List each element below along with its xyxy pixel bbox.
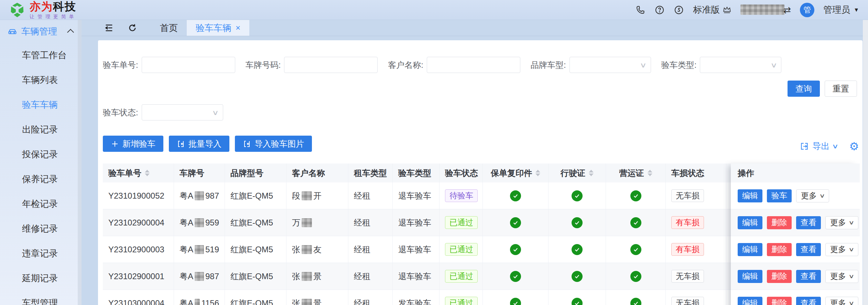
switch-company-icon[interactable]: ⇄ <box>783 5 791 15</box>
text-suffix: 519 <box>205 245 219 254</box>
编辑-button[interactable]: 编辑 <box>738 216 762 229</box>
filter-验车类型: 验车类型:∨ <box>661 57 782 73</box>
gear-icon[interactable]: ⚙ <box>849 141 859 152</box>
cell-customer: 张景 <box>286 290 348 305</box>
filter-input[interactable] <box>142 57 235 73</box>
export-button[interactable]: 导出 ∨ <box>800 140 837 152</box>
cell-order-no: Y23102900001 <box>103 263 174 290</box>
text-prefix: 张 <box>292 298 300 305</box>
更多-button[interactable]: 更多∨ <box>796 189 829 202</box>
check-circle-icon <box>510 244 521 255</box>
import-photos-button[interactable]: 导入验车图片 <box>235 136 312 152</box>
cell-model: 红旗E-QM5 <box>225 263 286 290</box>
cell-customer: 张景 <box>286 263 348 290</box>
action-label: 编辑 <box>742 190 758 201</box>
redacted-block <box>302 245 312 254</box>
cell-operating-license <box>606 236 666 263</box>
filter-input[interactable] <box>427 57 520 73</box>
action-label: 查看 <box>801 271 816 282</box>
sidebar-item-保养记录[interactable]: 保养记录 <box>0 167 82 191</box>
refresh-icon[interactable] <box>128 23 137 33</box>
sort-icon[interactable] <box>589 170 594 176</box>
operations-column: 操作 编辑验车更多∨编辑删除查看更多∨编辑删除查看更多∨编辑删除查看更多∨编辑删… <box>731 164 860 305</box>
import-photos-icon <box>243 140 251 148</box>
删除-button[interactable]: 删除 <box>767 270 792 283</box>
sidebar-item-违章记录[interactable]: 违章记录 <box>0 241 82 266</box>
sidebar-item-车管工作台[interactable]: 车管工作台 <box>0 43 82 67</box>
sidebar-item-车辆列表[interactable]: 车辆列表 <box>0 67 82 92</box>
admin-menu[interactable]: 管理员 ▼ <box>823 4 859 16</box>
sidebar-item-投保记录[interactable]: 投保记录 <box>0 142 82 167</box>
cell-damage-status: 有车损 <box>666 209 726 236</box>
sidebar-item-车型管理[interactable]: 车型管理 <box>0 291 82 305</box>
column-label: 品牌型号 <box>230 168 263 179</box>
plus-icon <box>111 140 119 148</box>
sidebar-scrollbar[interactable] <box>78 20 82 305</box>
company-name-redacted[interactable]: ⇄ <box>740 4 791 15</box>
redacted-block <box>195 191 204 200</box>
action-label: 删除 <box>771 244 787 255</box>
close-icon[interactable]: × <box>236 23 240 33</box>
check-circle-icon <box>572 190 583 201</box>
更多-button[interactable]: 更多∨ <box>825 270 858 283</box>
search-button[interactable]: 查询 <box>788 81 820 97</box>
编辑-button[interactable]: 编辑 <box>738 270 762 283</box>
更多-button[interactable]: 更多∨ <box>825 297 858 305</box>
验车-button[interactable]: 验车 <box>767 189 792 202</box>
编辑-button[interactable]: 编辑 <box>738 189 762 202</box>
sort-icon[interactable] <box>648 170 652 176</box>
filter-select[interactable]: ∨ <box>700 57 781 73</box>
cell-plate: 粤A519 <box>174 236 225 263</box>
filter-label: 车牌号码: <box>246 60 281 71</box>
avatar[interactable]: 管 <box>800 3 814 17</box>
batch-import-button[interactable]: 批量导入 <box>169 136 229 152</box>
check-circle-icon <box>572 244 583 255</box>
cell-status: 已通过 <box>440 209 483 236</box>
编辑-button[interactable]: 编辑 <box>738 243 762 256</box>
add-inspection-button[interactable]: 新增验车 <box>103 136 163 152</box>
filter-select[interactable]: ∨ <box>569 57 651 73</box>
cell-plate: 粤A987 <box>174 263 225 290</box>
redacted-block <box>195 218 204 227</box>
更多-button[interactable]: 更多∨ <box>825 243 858 256</box>
tab-vehicle-inspection[interactable]: 验车车辆 × <box>187 20 249 36</box>
sidebar-group-vehicle-mgmt[interactable]: 车辆管理 <box>0 20 82 43</box>
sidebar-item-出险记录[interactable]: 出险记录 <box>0 117 82 142</box>
更多-button[interactable]: 更多∨ <box>825 216 858 229</box>
删除-button[interactable]: 删除 <box>767 243 792 256</box>
column-header-客户名称: 客户名称 <box>286 164 348 182</box>
text-prefix: 粤A <box>180 298 193 305</box>
text-prefix: 粤A <box>180 190 193 201</box>
version-label[interactable]: 标准版 <box>693 4 731 16</box>
column-header-车牌号: 车牌号 <box>174 164 225 182</box>
collapse-sidebar-icon[interactable] <box>104 23 114 33</box>
查看-button[interactable]: 查看 <box>796 297 821 305</box>
reset-button[interactable]: 重置 <box>825 81 857 97</box>
link-icon[interactable] <box>674 5 684 15</box>
filter-label: 验车单号: <box>103 60 138 71</box>
filter-select[interactable]: ∨ <box>142 104 223 120</box>
编辑-button[interactable]: 编辑 <box>738 297 762 305</box>
phone-icon[interactable] <box>635 5 645 15</box>
tab-bar: 首页 验车车辆 × <box>82 20 868 36</box>
sidebar-item-年检记录[interactable]: 年检记录 <box>0 191 82 216</box>
查看-button[interactable]: 查看 <box>796 216 821 229</box>
sidebar-item-验车车辆[interactable]: 验车车辆 <box>0 92 82 117</box>
sort-icon[interactable] <box>535 170 540 176</box>
column-label: 行驶证 <box>561 168 585 179</box>
sidebar-item-延期记录[interactable]: 延期记录 <box>0 266 82 291</box>
删除-button[interactable]: 删除 <box>767 216 792 229</box>
sidebar-item-维修记录[interactable]: 维修记录 <box>0 216 82 241</box>
cell-check-type: 发车验车 <box>393 290 440 305</box>
查看-button[interactable]: 查看 <box>796 243 821 256</box>
help-icon[interactable] <box>654 5 665 15</box>
crown-icon <box>723 6 731 14</box>
filter-input[interactable] <box>284 57 378 73</box>
chevron-down-icon: ∨ <box>848 273 855 280</box>
operations-row: 编辑验车更多∨ <box>731 182 860 209</box>
page-scrollbar[interactable] <box>863 20 868 305</box>
查看-button[interactable]: 查看 <box>796 270 821 283</box>
tab-home[interactable]: 首页 <box>151 20 187 36</box>
sort-icon[interactable] <box>145 170 150 176</box>
删除-button[interactable]: 删除 <box>767 297 792 305</box>
